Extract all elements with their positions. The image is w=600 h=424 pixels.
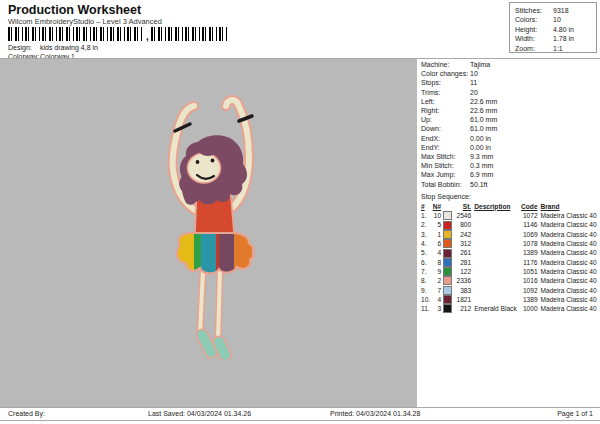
colors-value: 10 (553, 15, 561, 24)
footer-separator (0, 407, 600, 408)
thread-swatch (443, 211, 452, 220)
summary-row-height: Height: 4.80 in (515, 25, 596, 34)
right-eye (211, 159, 215, 163)
color-changes-row: Color changes:10 (421, 69, 598, 78)
total-bobbin-row: Total Bobbin:50.1ft (421, 180, 598, 189)
summary-row-colors: Colors: 10 (515, 15, 596, 24)
table-row: 7.91221051Madeira Classic 40 (421, 267, 598, 276)
skirt-band-orange (234, 230, 252, 278)
barcode-segment-1 (8, 27, 144, 41)
table-row: 11.3212Emerald Black1000Madeira Classic … (421, 304, 598, 313)
footer-bottom-line (0, 420, 600, 421)
summary-row-zoom: Zoom: 1:1 (515, 44, 596, 53)
stitches-label: Stitches: (515, 6, 553, 15)
design-label: Design: (8, 43, 38, 52)
down-row: Down:61.0 mm (421, 124, 598, 133)
thread-swatch (443, 267, 452, 276)
thread-swatch (443, 221, 452, 230)
barcode-comma: , (146, 33, 149, 41)
table-row: 5.42611389Madeira Classic 40 (421, 248, 598, 257)
col-code: Code (519, 202, 541, 211)
table-row: 1.1025461072Madeira Classic 40 (421, 211, 598, 220)
barcode-segment-2 (151, 27, 227, 41)
col-num: # (421, 202, 431, 211)
width-value: 1.78 in (553, 34, 574, 43)
height-value: 4.80 in (553, 25, 574, 34)
col-stitches: St. (453, 202, 474, 211)
stop-sequence-table: # N# St. Description Code Brand 1.102546… (421, 202, 598, 314)
stop-sequence-title: Stop Sequence: (421, 192, 598, 201)
endx-row: EndX:0.00 in (421, 134, 598, 143)
created-by-label: Created By: (8, 410, 45, 417)
height-label: Height: (515, 25, 553, 34)
max-stitch-row: Max Stitch:9.3 mm (421, 152, 598, 161)
thread-swatch (443, 286, 452, 295)
machine-details-panel: Machine:Tajima Color changes:10 Stops:11… (421, 60, 598, 313)
left-row: Left:22.6 mm (421, 97, 598, 106)
design-barcode: , (8, 27, 227, 41)
page-number: Page 1 of 1 (557, 410, 593, 417)
stitches-value: 9318 (553, 6, 569, 15)
thread-swatch (443, 276, 452, 285)
left-eye (196, 160, 200, 164)
design-name-row: Design: kids drawing 4,8 in (8, 43, 98, 52)
table-row: 8.223361016Madeira Classic 40 (421, 276, 598, 285)
thread-swatch (443, 249, 452, 258)
tutu-skirt (174, 230, 252, 278)
table-row: 9.73831092Madeira Classic 40 (421, 286, 598, 295)
min-stitch-row: Min Stitch:0.3 mm (421, 161, 598, 170)
design-value: kids drawing 4,8 in (40, 44, 98, 51)
production-worksheet-page: Production Worksheet Wilcom EmbroiderySt… (0, 0, 600, 424)
trims-row: Trims:20 (421, 88, 598, 97)
table-row: 6.82811176Madeira Classic 40 (421, 258, 598, 267)
summary-row-stitches: Stitches: 9318 (515, 6, 596, 15)
embroidery-design-girl (140, 94, 270, 360)
zoom-value: 1:1 (553, 44, 563, 53)
app-subtitle: Wilcom EmbroideryStudio – Level 3 Advanc… (8, 17, 162, 26)
stop-sequence-header-row: # N# St. Description Code Brand (421, 202, 598, 211)
thread-swatch (443, 295, 452, 304)
col-description: Description (474, 202, 518, 211)
machine-row: Machine:Tajima (421, 60, 598, 69)
thread-swatch (443, 258, 452, 267)
printed-text: Printed: 04/03/2024 01.34.28 (330, 410, 420, 417)
right-leg (218, 270, 220, 340)
table-row: 3.12421069Madeira Classic 40 (421, 230, 598, 239)
thread-swatch (443, 239, 452, 248)
up-row: Up:61.0 mm (421, 115, 598, 124)
design-summary-box: Stitches: 9318 Colors: 10 Height: 4.80 i… (509, 2, 597, 53)
col-swatch (443, 202, 453, 211)
last-saved-text: Last Saved: 04/03/2024 01.34.26 (148, 410, 251, 417)
thread-swatch (443, 230, 452, 239)
page-title: Production Worksheet (8, 3, 141, 17)
stops-row: Stops:11 (421, 78, 598, 87)
zoom-label: Zoom: (515, 44, 553, 53)
col-brand: Brand (541, 202, 598, 211)
table-row: 10.418211389Madeira Classic 40 (421, 295, 598, 304)
table-row: 4.63121078Madeira Classic 40 (421, 239, 598, 248)
col-needle: N# (431, 202, 443, 211)
colors-label: Colors: (515, 15, 553, 24)
table-row: 2.58001146Madeira Classic 40 (421, 220, 598, 229)
width-label: Width: (515, 34, 553, 43)
right-row: Right:22.6 mm (421, 106, 598, 115)
right-shoe (219, 342, 225, 355)
endy-row: EndY:0.00 in (421, 143, 598, 152)
thread-swatch (443, 304, 452, 313)
max-jump-row: Max Jump:6.9 mm (421, 170, 598, 179)
summary-row-width: Width: 1.78 in (515, 34, 596, 43)
design-canvas (0, 59, 417, 407)
